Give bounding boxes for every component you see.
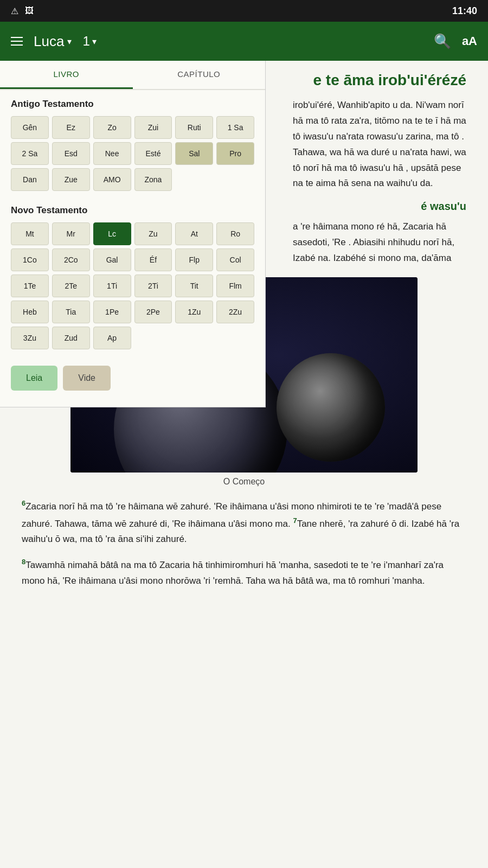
old-testament-grid: GênEzZoZuiRuti1 Sa2 SaEsdNeeEstéSalProDa… xyxy=(0,114,265,196)
chapter-selector[interactable]: 1 ▾ xyxy=(82,34,96,49)
book-btn-zo[interactable]: Zo xyxy=(93,116,131,139)
status-bar: ⚠ 🖼 11:40 xyxy=(0,0,488,22)
book-btn-mt[interactable]: Mt xyxy=(11,222,49,245)
book-btn-zu[interactable]: Zu xyxy=(134,222,172,245)
bible-subsection-title: é wasu'u xyxy=(293,200,466,213)
book-btn-2zu[interactable]: 2Zu xyxy=(216,301,254,323)
book-btn-1co[interactable]: 1Co xyxy=(11,248,49,271)
bible-section2-text: a 're hâimana mono ré hā, Zacaria hā sas… xyxy=(293,219,466,266)
bible-section-title: e te āma irob'ui'érézé xyxy=(293,72,466,98)
leia-button[interactable]: Leia xyxy=(11,366,57,391)
bible-intro-text: irob'ui'éré, Wanhib'apito u da. Ni'wam n… xyxy=(293,98,466,192)
book-btn-esté[interactable]: Esté xyxy=(134,142,172,165)
book-btn-amo[interactable]: AMO xyxy=(93,168,131,191)
book-btn-2sa[interactable]: 2 Sa xyxy=(11,142,49,165)
book-btn-nee[interactable]: Nee xyxy=(93,142,131,165)
book-btn-f[interactable]: Éf xyxy=(134,248,172,271)
menu-button[interactable] xyxy=(11,37,23,46)
new-testament-heading: Novo Testamento xyxy=(0,196,265,220)
book-name: Luca xyxy=(34,33,64,50)
action-buttons: Leia Vide xyxy=(0,355,265,396)
book-btn-2pe[interactable]: 2Pe xyxy=(134,301,172,323)
book-btn-2co[interactable]: 2Co xyxy=(52,248,90,271)
book-btn-ap[interactable]: Ap xyxy=(93,327,131,349)
old-testament-heading: Antigo Testamento xyxy=(0,90,265,114)
vide-button[interactable]: Vide xyxy=(63,366,111,391)
search-icon[interactable]: 🔍 xyxy=(434,33,451,50)
image-caption: O Começo xyxy=(22,477,466,487)
book-btn-zud[interactable]: Zud xyxy=(52,327,90,349)
book-btn-ro[interactable]: Ro xyxy=(216,222,254,245)
book-btn-2ti[interactable]: 2Ti xyxy=(134,275,172,297)
image-icon: 🖼 xyxy=(25,6,34,16)
book-btn-esd[interactable]: Esd xyxy=(52,142,90,165)
book-dropdown-arrow: ▾ xyxy=(67,36,72,47)
book-btn-zue[interactable]: Zue xyxy=(52,168,90,191)
book-btn-1te[interactable]: 1Te xyxy=(11,275,49,297)
book-btn-gal[interactable]: Gal xyxy=(93,248,131,271)
font-size-icon[interactable]: aA xyxy=(462,34,477,48)
book-btn-zui[interactable]: Zui xyxy=(134,116,172,139)
book-btn-heb[interactable]: Heb xyxy=(11,301,49,323)
book-selector[interactable]: Luca ▾ xyxy=(34,33,72,50)
book-btn-tia[interactable]: Tia xyxy=(52,301,90,323)
status-bar-icons: ⚠ 🖼 xyxy=(11,6,34,16)
bible-verse-8: 8Tawamhā nimahā bâtâ na ma tô Zacaria hā… xyxy=(22,556,466,589)
book-btn-lc[interactable]: Lc xyxy=(93,222,131,245)
chapter-dropdown-arrow: ▾ xyxy=(92,36,97,47)
bible-verse-6: 6Zacaria norī hā ma tô 're hâimana wē za… xyxy=(22,497,466,547)
chapter-number: 1 xyxy=(82,34,89,49)
verse-7-num: 7 xyxy=(293,516,297,525)
book-btn-at[interactable]: At xyxy=(175,222,213,245)
top-bar-action-icons: 🔍 aA xyxy=(434,33,477,50)
tab-capitulo[interactable]: CAPÍTULO xyxy=(133,61,266,89)
warning-icon: ⚠ xyxy=(11,6,18,16)
book-btn-mr[interactable]: Mr xyxy=(52,222,90,245)
selector-tabs: LIVRO CAPÍTULO xyxy=(0,61,265,90)
book-btn-1zu[interactable]: 1Zu xyxy=(175,301,213,323)
book-btn-ruti[interactable]: Ruti xyxy=(175,116,213,139)
book-btn-flp[interactable]: Flp xyxy=(175,248,213,271)
book-btn-1pe[interactable]: 1Pe xyxy=(93,301,131,323)
book-selector-dropdown: LIVRO CAPÍTULO Antigo Testamento GênEzZo… xyxy=(0,61,266,407)
book-btn-tit[interactable]: Tit xyxy=(175,275,213,297)
book-btn-1sa[interactable]: 1 Sa xyxy=(216,116,254,139)
book-btn-col[interactable]: Col xyxy=(216,248,254,271)
top-navigation-bar: Luca ▾ 1 ▾ 🔍 aA xyxy=(0,22,488,61)
tab-livro[interactable]: LIVRO xyxy=(0,61,133,89)
book-btn-ez[interactable]: Ez xyxy=(52,116,90,139)
book-btn-sal[interactable]: Sal xyxy=(175,142,213,165)
book-btn-dan[interactable]: Dan xyxy=(11,168,49,191)
book-btn-pro[interactable]: Pro xyxy=(216,142,254,165)
book-btn-flm[interactable]: Flm xyxy=(216,275,254,297)
book-btn-2te[interactable]: 2Te xyxy=(52,275,90,297)
book-btn-zona[interactable]: Zona xyxy=(134,168,172,191)
status-bar-time: 11:40 xyxy=(452,5,477,17)
new-testament-grid: MtMrLcZuAtRo1Co2CoGalÉfFlpCol1Te2Te1Ti2T… xyxy=(0,220,265,355)
book-btn-3zu[interactable]: 3Zu xyxy=(11,327,49,349)
book-btn-gên[interactable]: Gên xyxy=(11,116,49,139)
book-btn-1ti[interactable]: 1Ti xyxy=(93,275,131,297)
